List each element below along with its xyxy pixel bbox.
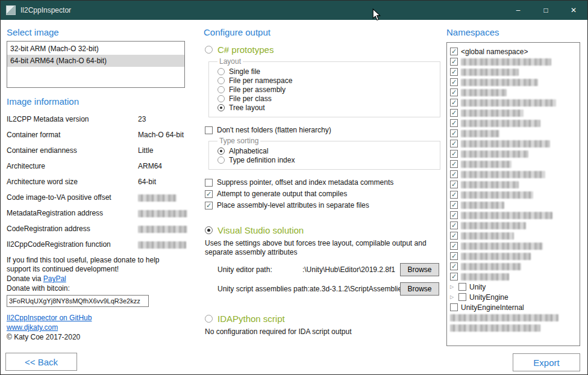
unity-script-path-label: Unity script assemblies path: bbox=[217, 285, 310, 293]
namespace-checkbox-icon[interactable]: ✓ bbox=[450, 273, 458, 280]
namespace-item[interactable]: ✓ bbox=[450, 57, 577, 67]
namespace-item[interactable]: ✓ bbox=[450, 200, 577, 210]
namespace-checkbox-icon[interactable]: ✓ bbox=[450, 201, 458, 209]
namespace-item[interactable]: ✓ bbox=[450, 67, 577, 77]
radio-label: Tree layout bbox=[229, 104, 265, 112]
namespace-checkbox-icon[interactable]: ✓ bbox=[450, 160, 458, 168]
radio-option[interactable]: Tree layout bbox=[217, 103, 440, 112]
namespace-item[interactable]: ✓ bbox=[450, 179, 577, 190]
unity-editor-path-value[interactable]: :\Unity\Hub\Editor\2019.2.8f1 bbox=[272, 265, 400, 274]
namespace-item[interactable]: ✓ bbox=[450, 128, 577, 138]
namespace-item[interactable]: ✓ bbox=[450, 169, 577, 179]
checkbox-option[interactable]: Suppress pointer, offset and index metad… bbox=[205, 178, 442, 187]
namespace-item[interactable]: ✓<global namespace> bbox=[450, 46, 577, 57]
namespace-checkbox-icon[interactable]: ✓ bbox=[450, 262, 458, 270]
radio-icon bbox=[217, 104, 225, 111]
namespace-checkbox-icon[interactable] bbox=[458, 283, 466, 291]
namespace-checkbox-icon[interactable]: ✓ bbox=[450, 222, 458, 229]
namespace-item[interactable]: ▷Unity bbox=[450, 282, 577, 292]
footer-links: Il2CppInspector on GitHub www.djkaty.com… bbox=[7, 313, 187, 342]
namespace-item[interactable] bbox=[450, 323, 577, 333]
namespace-item[interactable]: ✓ bbox=[450, 241, 577, 251]
namespace-item[interactable]: ✓ bbox=[450, 220, 577, 231]
namespace-item[interactable]: ✓ bbox=[450, 98, 577, 108]
export-button[interactable]: Export bbox=[513, 353, 580, 371]
close-button[interactable]: ✕ bbox=[560, 1, 587, 20]
checkbox-option[interactable]: ✓Place assembly-level attributes in sepa… bbox=[205, 201, 442, 209]
csharp-prototypes-label: C# prototypes bbox=[217, 45, 274, 55]
radio-option[interactable]: File per namespace bbox=[217, 76, 440, 85]
info-row: Il2CppCodeRegistration function bbox=[7, 237, 187, 252]
namespace-checkbox-icon[interactable]: ✓ bbox=[450, 129, 458, 137]
namespace-checkbox-icon[interactable] bbox=[458, 293, 466, 301]
namespace-checkbox-icon[interactable]: ✓ bbox=[450, 252, 458, 260]
namespace-checkbox-icon[interactable]: ✓ bbox=[450, 140, 458, 147]
namespace-item[interactable]: ✓ bbox=[450, 108, 577, 118]
namespace-checkbox-icon[interactable]: ✓ bbox=[450, 211, 458, 219]
namespace-label: <global namespace> bbox=[461, 48, 528, 56]
csharp-prototypes-option[interactable]: C# prototypes bbox=[205, 45, 442, 55]
radio-option[interactable]: File per assembly bbox=[217, 85, 440, 94]
website-link[interactable]: www.djkaty.com bbox=[7, 323, 58, 332]
maximize-button[interactable]: □ bbox=[532, 1, 560, 20]
radio-option[interactable]: Single file bbox=[217, 67, 440, 76]
donate-via-text: Donate via bbox=[7, 274, 43, 283]
image-list-item[interactable]: 32-bit ARM (Mach-O 32-bit) bbox=[7, 43, 184, 55]
namespace-checkbox-icon[interactable]: ✓ bbox=[450, 48, 458, 55]
flatten-checkbox-option[interactable]: Don't nest folders (flatten hierarchy) bbox=[205, 126, 442, 134]
namespace-checkbox-icon[interactable] bbox=[450, 303, 458, 311]
info-label: Architecture bbox=[7, 158, 138, 174]
idapython-script-option[interactable]: IDAPython script bbox=[205, 314, 442, 324]
namespace-item[interactable]: ▷UnityEngine bbox=[450, 292, 577, 302]
visual-studio-solution-option[interactable]: Visual Studio solution bbox=[205, 225, 442, 235]
info-value: ARM64 bbox=[138, 158, 187, 174]
namespace-checkbox-icon[interactable]: ✓ bbox=[450, 150, 458, 158]
namespace-checkbox-icon[interactable]: ✓ bbox=[450, 88, 458, 96]
minimize-button[interactable]: – bbox=[504, 1, 532, 20]
namespace-checkbox-icon[interactable]: ✓ bbox=[450, 181, 458, 188]
namespace-item[interactable] bbox=[450, 312, 577, 323]
namespace-item[interactable]: ✓ bbox=[450, 190, 577, 200]
namespace-item[interactable]: ✓ bbox=[450, 138, 577, 149]
radio-option[interactable]: Alphabetical bbox=[217, 146, 440, 155]
namespace-checkbox-icon[interactable]: ✓ bbox=[450, 170, 458, 178]
namespace-item[interactable]: ✓ bbox=[450, 77, 577, 87]
checkbox-option[interactable]: ✓Attempt to generate output that compile… bbox=[205, 190, 442, 198]
unity-editor-browse-button[interactable]: Browse bbox=[400, 263, 439, 276]
namespace-item[interactable]: ✓ bbox=[450, 210, 577, 220]
radio-option[interactable]: File per class bbox=[217, 94, 440, 103]
namespace-checkbox-icon[interactable]: ✓ bbox=[450, 232, 458, 240]
namespace-checkbox-icon[interactable]: ✓ bbox=[450, 68, 458, 76]
radio-label: Single file bbox=[229, 67, 260, 76]
namespace-checkbox-icon[interactable]: ✓ bbox=[450, 99, 458, 107]
unity-script-path-value[interactable]: ate.3d-3.1.2\ScriptAssemblies bbox=[310, 285, 400, 293]
namespace-item[interactable]: ✓ bbox=[450, 118, 577, 128]
namespace-item[interactable]: ✓ bbox=[450, 149, 577, 159]
namespace-item[interactable]: UnityEngineInternal bbox=[450, 302, 577, 312]
namespace-item[interactable]: ✓ bbox=[450, 261, 577, 271]
namespace-checkbox-icon[interactable]: ✓ bbox=[450, 78, 458, 86]
namespace-item[interactable]: ✓ bbox=[450, 159, 577, 169]
image-listbox[interactable]: 32-bit ARM (Mach-O 32-bit)64-bit ARM64 (… bbox=[7, 41, 185, 88]
bitcoin-address-input[interactable] bbox=[7, 295, 149, 307]
namespace-item[interactable]: ✓ bbox=[450, 87, 577, 98]
namespace-checkbox-icon[interactable]: ✓ bbox=[450, 242, 458, 250]
namespaces-list[interactable]: ✓<global namespace>✓✓✓✓✓✓✓✓✓✓✓✓✓✓✓✓✓✓✓✓✓… bbox=[446, 42, 580, 346]
image-list-item[interactable]: 64-bit ARM64 (Mach-O 64-bit) bbox=[7, 55, 184, 67]
expander-icon[interactable]: ▷ bbox=[450, 284, 455, 290]
namespace-item[interactable]: ✓ bbox=[450, 271, 577, 282]
namespace-item[interactable]: ✓ bbox=[450, 231, 577, 241]
namespace-item[interactable]: ✓ bbox=[450, 251, 577, 261]
namespace-checkbox-icon[interactable]: ✓ bbox=[450, 109, 458, 117]
radio-option[interactable]: Type definition index bbox=[217, 155, 440, 164]
namespace-checkbox-icon[interactable]: ✓ bbox=[450, 58, 458, 66]
expander-icon[interactable]: ▷ bbox=[450, 294, 455, 300]
unity-script-browse-button[interactable]: Browse bbox=[400, 282, 439, 296]
namespace-checkbox-icon[interactable]: ✓ bbox=[450, 191, 458, 199]
namespace-checkbox-icon[interactable]: ✓ bbox=[450, 119, 458, 127]
paypal-link[interactable]: PayPal bbox=[43, 274, 66, 283]
back-button[interactable]: << Back bbox=[5, 353, 77, 371]
image-information-table: IL2CPP Metadata version23Container forma… bbox=[7, 111, 187, 252]
github-link[interactable]: Il2CppInspector on GitHub bbox=[7, 314, 92, 322]
info-label: Architecture word size bbox=[7, 174, 138, 190]
